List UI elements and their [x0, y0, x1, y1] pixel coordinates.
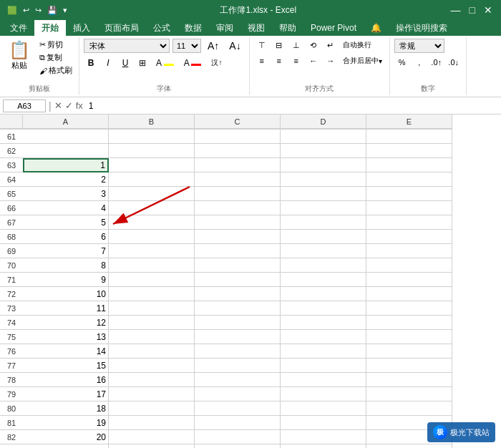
row-header[interactable]: 63	[0, 158, 23, 172]
tab-search[interactable]: 操作说明搜索	[389, 20, 454, 36]
grid-cell[interactable]: 1	[23, 158, 109, 172]
tab-review[interactable]: 审阅	[209, 20, 240, 36]
tab-help[interactable]: 帮助	[272, 20, 303, 36]
grid-cell[interactable]	[109, 401, 195, 416]
grid-cell[interactable]	[281, 387, 366, 401]
grid-cell[interactable]: 9	[23, 273, 109, 287]
format-painter-button[interactable]: 🖌 格式刷	[37, 64, 74, 77]
grid-cell[interactable]: 4	[23, 201, 109, 215]
increase-decimal-btn[interactable]: .0↑	[429, 56, 444, 69]
grid-cell[interactable]	[366, 373, 452, 387]
grid-cell[interactable]	[366, 287, 452, 301]
fill-color-button[interactable]: A	[152, 57, 177, 69]
paste-button[interactable]: 📋 粘贴	[4, 39, 34, 72]
confirm-formula-icon[interactable]: ✓	[65, 100, 73, 111]
grid-cell[interactable]	[195, 187, 281, 201]
align-bottom-btn[interactable]: ⊥	[288, 39, 304, 52]
grid-cell[interactable]	[366, 215, 452, 230]
grid-cell[interactable]	[109, 373, 195, 387]
grid-cell[interactable]: 13	[23, 330, 109, 344]
grid-cell[interactable]	[195, 416, 281, 430]
grid-cell[interactable]	[366, 387, 452, 401]
grid-cell[interactable]	[109, 201, 195, 215]
tab-home[interactable]: 开始	[34, 20, 66, 36]
grid-cell[interactable]	[195, 273, 281, 287]
grid-cell[interactable]: 20	[23, 430, 109, 444]
grid-cell[interactable]	[281, 344, 366, 359]
grid-cell[interactable]: 14	[23, 344, 109, 359]
grid-cell[interactable]	[366, 172, 452, 187]
grid-cell[interactable]	[281, 330, 366, 344]
grid-cell[interactable]	[195, 359, 281, 373]
cancel-formula-icon[interactable]: ✕	[54, 100, 62, 111]
grid-cell[interactable]: 2	[23, 172, 109, 187]
grid-cell[interactable]	[109, 387, 195, 401]
grid-cell[interactable]	[366, 344, 452, 359]
close-btn[interactable]: ✕	[481, 4, 495, 16]
grid-cell[interactable]	[109, 430, 195, 444]
undo-icon[interactable]: ↩	[21, 6, 31, 15]
row-header[interactable]: 76	[0, 344, 23, 359]
grid-cell[interactable]	[23, 130, 109, 144]
decrease-font-btn[interactable]: A↓	[225, 39, 244, 53]
grid-cell[interactable]	[23, 144, 109, 158]
align-center-btn[interactable]: ≡	[271, 54, 287, 67]
row-header[interactable]: 61	[0, 130, 23, 144]
grid-cell[interactable]	[195, 373, 281, 387]
grid-cell[interactable]	[109, 215, 195, 230]
grid-cell[interactable]	[109, 258, 195, 273]
grid-cell[interactable]	[281, 301, 366, 316]
row-header[interactable]: 67	[0, 215, 23, 230]
grid-cell[interactable]	[109, 330, 195, 344]
grid-cell[interactable]	[281, 401, 366, 416]
grid-cell[interactable]	[281, 144, 366, 158]
grid-cell[interactable]	[195, 258, 281, 273]
grid-cell[interactable]	[109, 230, 195, 244]
grid-cell[interactable]	[195, 172, 281, 187]
grid-cell[interactable]	[195, 330, 281, 344]
col-header-e[interactable]: E	[366, 115, 452, 129]
grid-cell[interactable]	[366, 273, 452, 287]
grid-cell[interactable]	[195, 301, 281, 316]
font-name-select[interactable]: 宋体	[84, 39, 170, 53]
grid-cell[interactable]	[366, 187, 452, 201]
tab-view[interactable]: 视图	[240, 20, 272, 36]
grid-cell[interactable]	[109, 287, 195, 301]
row-header[interactable]: 80	[0, 401, 23, 416]
align-left-btn[interactable]: ≡	[254, 54, 270, 67]
grid-cell[interactable]	[366, 444, 452, 448]
grid-cell[interactable]	[366, 201, 452, 215]
grid-cell[interactable]	[281, 201, 366, 215]
grid-cell[interactable]	[195, 215, 281, 230]
merge-center-btn[interactable]: 合并后居中 ▾	[340, 54, 385, 67]
decrease-indent-btn[interactable]: ←	[306, 54, 321, 67]
text-direction-btn[interactable]: ⟲	[306, 39, 321, 52]
grid-cell[interactable]	[281, 230, 366, 244]
grid-cell[interactable]	[109, 344, 195, 359]
row-header[interactable]: 66	[0, 201, 23, 215]
col-header-c[interactable]: C	[195, 115, 281, 129]
grid-cell[interactable]	[195, 444, 281, 448]
row-header[interactable]: 68	[0, 230, 23, 244]
grid-cell[interactable]	[281, 416, 366, 430]
bold-button[interactable]: B	[84, 57, 98, 69]
font-color-button[interactable]: A	[180, 57, 205, 69]
grid-cell[interactable]	[109, 244, 195, 258]
grid-cell[interactable]: 15	[23, 359, 109, 373]
tab-pagelayout[interactable]: 页面布局	[97, 20, 146, 36]
grid-cell[interactable]: 21	[23, 444, 109, 448]
grid-cell[interactable]	[281, 215, 366, 230]
grid-cell[interactable]	[109, 158, 195, 172]
grid-cell[interactable]	[366, 158, 452, 172]
redo-icon[interactable]: ↪	[34, 6, 43, 15]
grid-cell[interactable]	[281, 287, 366, 301]
row-header[interactable]: 79	[0, 387, 23, 401]
tab-insert[interactable]: 插入	[66, 20, 97, 36]
grid-cell[interactable]	[366, 258, 452, 273]
corner-cell[interactable]	[0, 115, 23, 129]
grid-cell[interactable]	[109, 316, 195, 330]
wrap-text-btn[interactable]: 自动换行	[340, 39, 374, 52]
cut-button[interactable]: ✂ 剪切	[37, 39, 74, 51]
grid-cell[interactable]	[109, 273, 195, 287]
grid-cell[interactable]	[281, 359, 366, 373]
